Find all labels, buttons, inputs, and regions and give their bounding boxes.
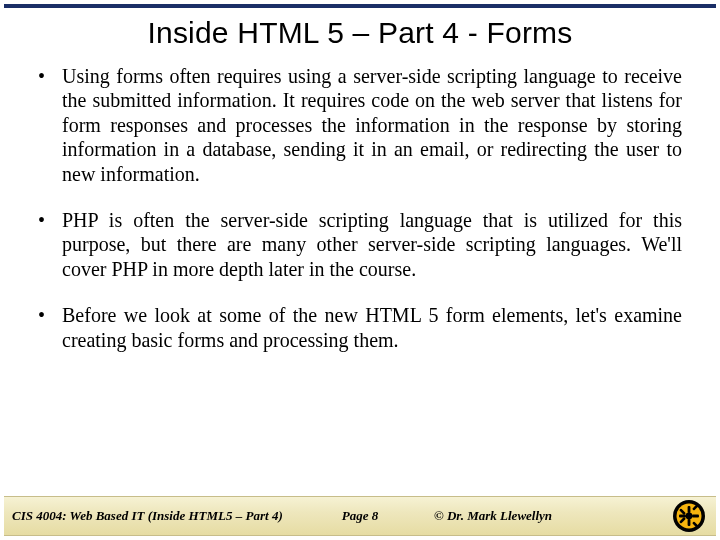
bullet-text: Using forms often requires using a serve… — [62, 64, 682, 186]
svg-point-10 — [686, 513, 693, 520]
svg-rect-3 — [688, 519, 691, 526]
bullet-text: PHP is often the server-side scripting l… — [62, 208, 682, 281]
slide-title: Inside HTML 5 – Part 4 - Forms — [0, 8, 720, 64]
slide-content: • Using forms often requires using a ser… — [0, 64, 720, 496]
footer-course: CIS 4004: Web Based IT (Inside HTML5 – P… — [4, 508, 283, 524]
svg-rect-2 — [688, 506, 691, 513]
bullet-item: • Before we look at some of the new HTML… — [38, 303, 682, 352]
footer-bar: CIS 4004: Web Based IT (Inside HTML5 – P… — [4, 496, 716, 536]
bullet-item: • PHP is often the server-side scripting… — [38, 208, 682, 281]
svg-rect-5 — [692, 515, 699, 518]
bullet-dot: • — [38, 303, 62, 352]
footer-author: © Dr. Mark Llewellyn — [434, 508, 552, 524]
bullet-dot: • — [38, 64, 62, 186]
footer-wrap: CIS 4004: Web Based IT (Inside HTML5 – P… — [0, 496, 720, 540]
bullet-item: • Using forms often requires using a ser… — [38, 64, 682, 186]
ucf-logo-icon — [672, 499, 706, 533]
bullet-text: Before we look at some of the new HTML 5… — [62, 303, 682, 352]
bullet-dot: • — [38, 208, 62, 281]
footer-page: Page 8 — [342, 508, 378, 524]
svg-rect-4 — [679, 515, 686, 518]
